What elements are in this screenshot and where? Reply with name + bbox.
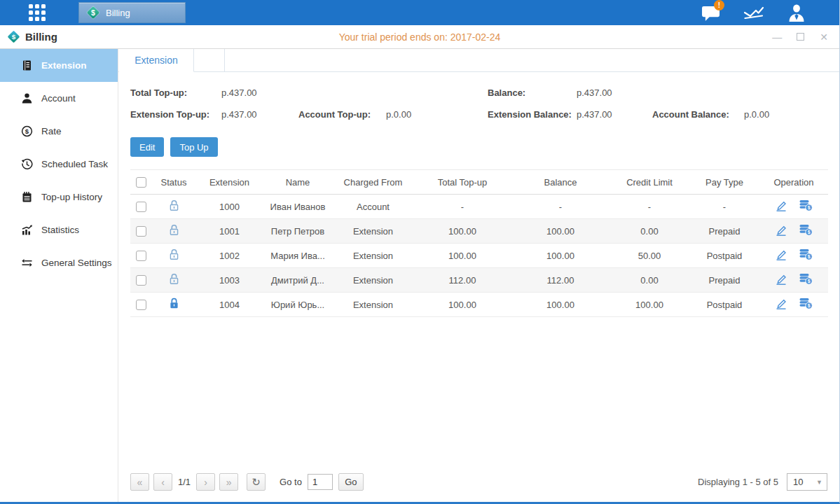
table-row: 1003Дмитрий Д...Extension112.00112.000.0… <box>130 268 828 293</box>
topup-row-icon[interactable]: $ <box>799 200 813 211</box>
cell-pay-type: Prepaid <box>689 219 759 244</box>
bar-chart-arrow-icon <box>21 224 34 237</box>
svg-text:$: $ <box>808 303 811 309</box>
edit-button[interactable]: Edit <box>130 137 164 157</box>
user-account-icon[interactable] <box>785 3 808 22</box>
row-checkbox[interactable] <box>136 300 146 310</box>
sidebar-item-scheduled-task[interactable]: Scheduled Task <box>0 148 118 181</box>
goto-label: Go to <box>280 477 302 487</box>
cell-total-topup: - <box>413 195 511 219</box>
row-checkbox[interactable] <box>136 275 146 286</box>
column-total-topup: Total Top-up <box>413 170 511 195</box>
sidebar-item-label: Statistics <box>41 225 79 235</box>
sidebar: Extension Account $ Rate Scheduled Task <box>0 49 118 502</box>
cell-credit-limit: 0.00 <box>610 219 689 244</box>
svg-text:$: $ <box>808 205 811 211</box>
next-page-button[interactable]: › <box>196 473 215 491</box>
prev-page-button[interactable]: ‹ <box>153 473 172 491</box>
goto-page-input[interactable] <box>308 474 333 490</box>
page-size-value: 10 <box>787 477 816 487</box>
cell-pay-type: Postpaid <box>689 244 759 268</box>
topup-row-icon[interactable]: $ <box>799 224 813 236</box>
minimize-icon[interactable]: — <box>772 32 781 42</box>
person-icon <box>21 92 34 105</box>
resource-monitor-icon[interactable] <box>742 3 766 22</box>
cell-name: Дмитрий Д... <box>263 268 333 293</box>
sidebar-item-topup-history[interactable]: Top-up History <box>0 181 118 214</box>
refresh-icon[interactable]: ↻ <box>247 473 266 491</box>
row-checkbox[interactable] <box>136 251 146 261</box>
trial-notice: Your trial period ends on: 2017-02-24 <box>0 31 839 43</box>
sidebar-item-label: Extension <box>41 60 87 71</box>
balance-value: p.437.00 <box>577 88 652 98</box>
column-extension: Extension <box>196 170 263 195</box>
sidebar-item-account[interactable]: Account <box>0 82 118 115</box>
notifications-icon[interactable]: ! <box>699 3 723 22</box>
page-size-select[interactable]: 10 ▼ <box>787 473 827 491</box>
extension-table-body: 1000Иван ИвановAccount----$1001Петр Петр… <box>130 195 828 317</box>
edit-row-icon[interactable] <box>775 298 787 309</box>
sidebar-item-general-settings[interactable]: General Settings <box>0 246 118 279</box>
ledger-icon <box>21 59 34 72</box>
tab-divider <box>224 49 225 72</box>
table-row: 1001Петр ПетровExtension100.00100.000.00… <box>130 219 828 244</box>
cell-extension: 1003 <box>196 268 263 293</box>
topup-row-icon[interactable]: $ <box>799 273 813 285</box>
tab-extension[interactable]: Extension <box>119 49 194 72</box>
topup-row-icon[interactable]: $ <box>799 248 813 260</box>
extension-table: Status Extension Name Charged From Total… <box>130 169 828 317</box>
billing-app-icon: $ <box>86 6 100 20</box>
account-topup-label: Account Top-up: <box>298 109 386 120</box>
svg-text:$: $ <box>91 9 95 17</box>
sidebar-item-label: General Settings <box>41 258 112 268</box>
close-icon[interactable]: ✕ <box>820 32 828 42</box>
row-checkbox[interactable] <box>136 202 146 212</box>
account-balance-value: p.0.00 <box>744 109 769 120</box>
column-status: Status <box>151 170 196 195</box>
billing-window: $ Billing ! <box>0 0 840 504</box>
taskbar-tab-label: Billing <box>106 8 130 18</box>
apps-menu-icon[interactable] <box>25 4 50 21</box>
edit-row-icon[interactable] <box>775 200 787 211</box>
taskbar-billing-tab[interactable]: $ Billing <box>78 2 186 23</box>
sidebar-item-label: Scheduled Task <box>41 159 108 169</box>
chevron-down-icon: ▼ <box>816 479 822 486</box>
main-panel: Extension Total Top-up: p.437.00 Balance… <box>118 49 839 502</box>
cell-name: Иван Иванов <box>263 195 333 219</box>
cell-total-topup: 100.00 <box>413 293 511 317</box>
cell-charged-from: Extension <box>333 244 413 268</box>
table-row: 1002Мария Ива...Extension100.00100.0050.… <box>130 244 828 268</box>
extension-topup-label: Extension Top-up: <box>130 109 221 120</box>
sidebar-item-statistics[interactable]: Statistics <box>0 214 118 246</box>
top-up-button[interactable]: Top Up <box>170 137 217 157</box>
cell-credit-limit: 0.00 <box>610 268 689 293</box>
account-balance-label: Account Balance: <box>652 109 744 120</box>
row-checkbox[interactable] <box>136 226 146 237</box>
cell-extension: 1002 <box>196 244 263 268</box>
displaying-text: Displaying 1 - 5 of 5 <box>698 477 778 487</box>
select-all-checkbox[interactable] <box>136 177 146 188</box>
balance-label: Balance: <box>488 88 577 98</box>
sidebar-item-extension[interactable]: Extension <box>0 49 118 82</box>
column-charged-from: Charged From <box>333 170 413 195</box>
edit-row-icon[interactable] <box>775 225 787 236</box>
cell-total-topup: 112.00 <box>413 268 511 293</box>
sidebar-item-label: Top-up History <box>41 192 102 202</box>
maximize-icon[interactable] <box>797 33 804 41</box>
pagination-bar: « ‹ 1/1 › » ↻ Go to Go Displaying 1 - 5 … <box>130 473 827 493</box>
first-page-button[interactable]: « <box>130 473 149 491</box>
edit-row-icon[interactable] <box>775 249 787 260</box>
last-page-button[interactable]: » <box>219 473 238 491</box>
sidebar-item-label: Account <box>41 93 76 104</box>
clock-refresh-icon <box>21 158 34 171</box>
table-header-row: Status Extension Name Charged From Total… <box>130 170 828 195</box>
edit-row-icon[interactable] <box>775 274 787 285</box>
total-topup-label: Total Top-up: <box>130 88 221 98</box>
cell-credit-limit: 100.00 <box>610 293 689 317</box>
sidebar-item-rate[interactable]: $ Rate <box>0 115 118 148</box>
toolbar: Edit Top Up <box>130 137 827 157</box>
topup-row-icon[interactable]: $ <box>799 298 813 309</box>
go-button[interactable]: Go <box>338 473 364 491</box>
cell-balance: 100.00 <box>511 244 610 268</box>
lock-open-icon <box>169 248 179 260</box>
